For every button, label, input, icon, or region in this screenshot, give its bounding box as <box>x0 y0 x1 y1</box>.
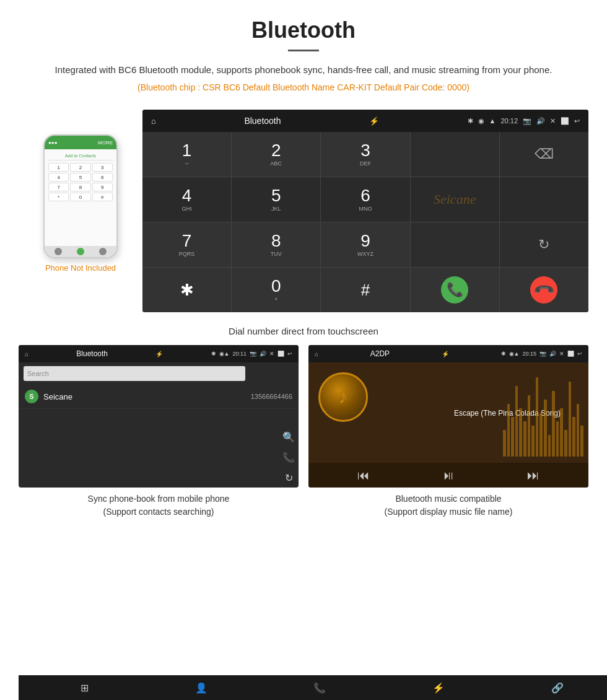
dial-key-9[interactable]: 9 WXYZ <box>321 222 409 267</box>
phone-image: ●●● MORE Add to Contacts 1 2 3 4 5 6 7 <box>43 134 118 258</box>
phonebook-caption-line1: Sync phone-book from mobile phone <box>88 494 230 504</box>
eq-bar-19 <box>577 404 580 457</box>
green-phone-icon[interactable]: 📞 <box>441 276 468 304</box>
dial-key-empty-r2c4: Seicane <box>411 177 499 222</box>
music-status-bar: ⌂ A2DP ⚡ ✱ ◉▲ 20:15 📷 🔊 ✕ ⬜ ↩ <box>308 345 588 362</box>
pb-bt-icon: ✱ <box>211 351 216 357</box>
pb-contact-row[interactable]: S Seicane 13566664466 <box>19 385 299 409</box>
call-button-red[interactable]: 📞 <box>500 268 588 312</box>
phone-key-8[interactable]: 8 <box>70 183 90 191</box>
pb-side-icons: 🔍 📞 ↻ <box>282 431 295 484</box>
dial-key-hash[interactable]: # <box>321 268 409 312</box>
dial-key-4[interactable]: 4 GHI <box>142 177 231 222</box>
pb-cam[interactable]: 📷 <box>250 351 256 357</box>
music-vol[interactable]: 🔊 <box>549 351 556 357</box>
dial-key-5[interactable]: 5 JKL <box>232 177 320 222</box>
pb-home-icon[interactable]: ⌂ <box>25 351 28 357</box>
dial-key-6[interactable]: 6 MNO <box>321 177 409 222</box>
phone-key-hash[interactable]: # <box>92 193 113 201</box>
phone-key-6[interactable]: 6 <box>92 173 113 182</box>
pb-vol[interactable]: 🔊 <box>260 351 266 357</box>
phone-key-7[interactable]: 7 <box>48 183 69 191</box>
phone-back-icon <box>55 248 62 255</box>
phone-key-5[interactable]: 5 <box>70 173 90 182</box>
dial-volume-icon[interactable]: 🔊 <box>536 117 545 125</box>
phone-container: ●●● MORE Add to Contacts 1 2 3 4 5 6 7 <box>19 110 142 273</box>
pb-side-refresh-icon[interactable]: ↻ <box>285 472 293 484</box>
header-specs: (Bluetooth chip : CSR BC6 Default Blueto… <box>37 82 570 92</box>
eq-bar-8 <box>531 426 535 457</box>
pb-side-search-icon[interactable]: 🔍 <box>282 431 295 443</box>
phone-carrier: MORE <box>98 140 113 146</box>
pb-side-phone-icon[interactable]: 📞 <box>282 452 295 463</box>
pb-search-placeholder: Search <box>27 370 49 377</box>
dial-key-8[interactable]: 8 TUV <box>232 222 320 267</box>
phonebook-card: ⌂ Bluetooth ⚡ ✱ ◉▲ 20:11 📷 🔊 ✕ ⬜ ↩ <box>19 345 299 521</box>
dial-keypad-grid: 1 ∽ 2 ABC 3 DEF ⌫ 4 GHI <box>142 132 588 312</box>
pb-win[interactable]: ⬜ <box>277 351 284 357</box>
dial-usb-icon: ⚡ <box>369 116 379 126</box>
music-play-icon[interactable]: ⏯ <box>442 468 455 483</box>
dial-key-0[interactable]: 0 + <box>232 268 320 312</box>
pb-search-input[interactable]: Search <box>24 366 245 381</box>
music-usb-icon: ⚡ <box>442 351 449 357</box>
dial-watermark: Seicane <box>434 191 476 208</box>
music-x[interactable]: ✕ <box>559 351 564 357</box>
phone-key-4[interactable]: 4 <box>48 173 69 182</box>
phone-key-3[interactable]: 3 <box>92 163 113 172</box>
pb-contact-name: Seicane <box>43 392 251 401</box>
pb-x[interactable]: ✕ <box>269 351 274 357</box>
music-back[interactable]: ↩ <box>577 351 582 357</box>
pb-contact-avatar: S <box>25 390 38 403</box>
dial-key-7[interactable]: 7 PQRS <box>142 222 231 267</box>
dial-key-refresh[interactable]: ↻ <box>500 222 588 267</box>
dial-caption: Dial number direct from touchscreen <box>19 320 588 345</box>
music-caption-line1: Bluetooth music compatible <box>395 494 501 504</box>
dial-key-star[interactable]: ✱ <box>142 268 231 312</box>
music-prev-icon[interactable]: ⏮ <box>357 468 370 483</box>
phone-key-star[interactable]: * <box>48 193 69 201</box>
header-divider <box>288 50 319 51</box>
eq-bar-11 <box>544 400 547 457</box>
dial-status-icons: ✱ ◉ ▲ 20:12 📷 🔊 ✕ ⬜ ↩ <box>468 117 580 125</box>
eq-bars <box>503 369 583 457</box>
dial-camera-icon[interactable]: 📷 <box>523 117 531 125</box>
pb-status-right: ✱ ◉▲ 20:11 📷 🔊 ✕ ⬜ ↩ <box>211 351 292 357</box>
dial-key-1[interactable]: 1 ∽ <box>142 132 231 177</box>
dial-close-icon[interactable]: ✕ <box>550 117 556 125</box>
phonebook-caption-line2: (Support contacts searching) <box>103 507 214 517</box>
phone-keypad: 1 2 3 4 5 6 7 8 9 * 0 # <box>47 160 114 204</box>
dial-key-2[interactable]: 2 ABC <box>232 132 320 177</box>
eq-bar-15 <box>560 408 563 457</box>
phone-key-2[interactable]: 2 <box>70 163 90 172</box>
dial-home-icon[interactable]: ⌂ <box>151 116 156 126</box>
eq-bar-16 <box>564 430 567 457</box>
music-next-icon[interactable]: ⏭ <box>527 468 539 483</box>
bottom-screenshots: ⌂ Bluetooth ⚡ ✱ ◉▲ 20:11 📷 🔊 ✕ ⬜ ↩ <box>19 345 588 521</box>
dial-key-3[interactable]: 3 DEF <box>321 132 409 177</box>
dial-back-icon[interactable]: ↩ <box>574 117 580 125</box>
dial-signal-icon: ▲ <box>489 117 496 125</box>
dial-key-backspace[interactable]: ⌫ <box>500 132 588 177</box>
eq-bar-5 <box>519 408 522 457</box>
dial-status-bar: ⌂ Bluetooth ⚡ ✱ ◉ ▲ 20:12 📷 🔊 ✕ ⬜ ↩ <box>142 110 588 132</box>
phone-add-contacts: Add to Contacts <box>47 152 114 160</box>
top-section: ●●● MORE Add to Contacts 1 2 3 4 5 6 7 <box>19 110 588 312</box>
eq-bar-3 <box>511 417 514 457</box>
phone-signal: ●●● <box>48 140 58 146</box>
music-caption-line2: (Support display music file name) <box>385 507 513 517</box>
music-cam[interactable]: 📷 <box>539 351 546 357</box>
music-home-icon[interactable]: ⌂ <box>315 351 318 357</box>
phonebook-caption: Sync phone-book from mobile phone (Suppo… <box>19 488 299 521</box>
phone-key-0[interactable]: 0 <box>70 193 90 201</box>
eq-bar-9 <box>536 377 539 457</box>
music-signal: ◉▲ <box>509 351 520 357</box>
pb-back[interactable]: ↩ <box>287 351 292 357</box>
phone-key-1[interactable]: 1 <box>48 163 69 172</box>
dial-window-icon[interactable]: ⬜ <box>561 117 569 125</box>
music-win[interactable]: ⬜ <box>567 351 574 357</box>
call-button-green[interactable]: 📞 <box>411 268 499 312</box>
eq-bar-12 <box>548 435 551 457</box>
red-phone-icon[interactable]: 📞 <box>525 271 563 309</box>
phone-key-9[interactable]: 9 <box>92 183 113 191</box>
